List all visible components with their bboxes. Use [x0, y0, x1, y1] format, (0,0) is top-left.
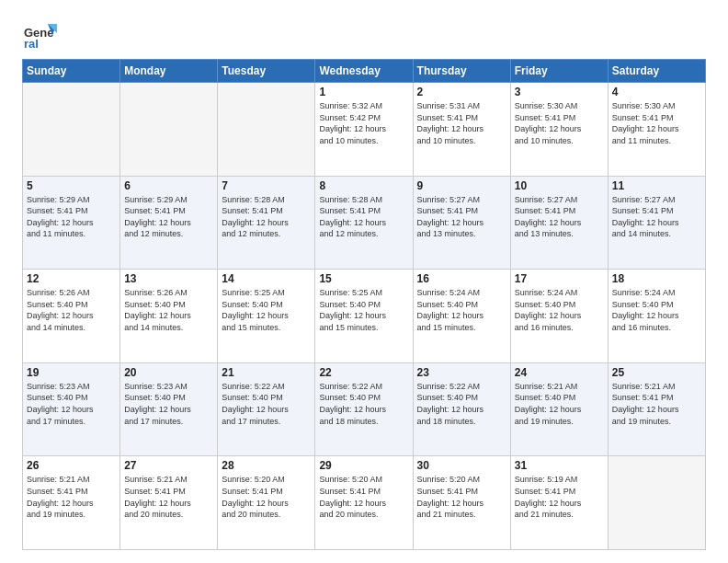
day-info: Sunrise: 5:24 AM Sunset: 5:40 PM Dayligh…: [515, 287, 604, 333]
calendar-cell: [218, 83, 315, 177]
calendar-cell: 20Sunrise: 5:23 AM Sunset: 5:40 PM Dayli…: [120, 362, 218, 456]
day-info: Sunrise: 5:20 AM Sunset: 5:41 PM Dayligh…: [319, 474, 408, 520]
calendar-cell: 2Sunrise: 5:31 AM Sunset: 5:41 PM Daylig…: [413, 83, 510, 177]
day-info: Sunrise: 5:21 AM Sunset: 5:40 PM Dayligh…: [515, 381, 604, 427]
day-info: Sunrise: 5:27 AM Sunset: 5:41 PM Dayligh…: [612, 194, 701, 240]
logo: Gene ral: [22, 17, 63, 52]
day-number: 18: [612, 272, 701, 285]
day-number: 4: [612, 86, 701, 98]
day-number: 13: [124, 272, 213, 285]
weekday-header-wednesday: Wednesday: [315, 60, 413, 83]
day-info: Sunrise: 5:19 AM Sunset: 5:41 PM Dayligh…: [515, 474, 604, 520]
calendar-cell: 6Sunrise: 5:29 AM Sunset: 5:41 PM Daylig…: [120, 176, 218, 270]
day-info: Sunrise: 5:26 AM Sunset: 5:40 PM Dayligh…: [124, 287, 213, 333]
day-info: Sunrise: 5:22 AM Sunset: 5:40 PM Dayligh…: [319, 381, 408, 427]
calendar-cell: 1Sunrise: 5:32 AM Sunset: 5:42 PM Daylig…: [315, 83, 413, 177]
calendar-week-row: 19Sunrise: 5:23 AM Sunset: 5:40 PM Dayli…: [23, 362, 706, 456]
weekday-header-row: SundayMondayTuesdayWednesdayThursdayFrid…: [23, 60, 706, 83]
day-info: Sunrise: 5:24 AM Sunset: 5:40 PM Dayligh…: [417, 287, 506, 333]
day-number: 10: [515, 179, 604, 192]
weekday-header-sunday: Sunday: [23, 60, 120, 83]
day-info: Sunrise: 5:23 AM Sunset: 5:40 PM Dayligh…: [124, 381, 213, 427]
day-info: Sunrise: 5:29 AM Sunset: 5:41 PM Dayligh…: [27, 194, 116, 240]
day-number: 19: [27, 366, 116, 379]
page: Gene ral SundayMondayTuesdayWednesdayThu…: [0, 0, 728, 563]
day-number: 21: [222, 366, 311, 379]
day-info: Sunrise: 5:25 AM Sunset: 5:40 PM Dayligh…: [222, 287, 311, 333]
day-number: 15: [319, 272, 408, 285]
calendar-cell: 24Sunrise: 5:21 AM Sunset: 5:40 PM Dayli…: [510, 362, 608, 456]
day-number: 6: [124, 179, 213, 192]
day-info: Sunrise: 5:24 AM Sunset: 5:40 PM Dayligh…: [612, 287, 701, 333]
calendar-cell: 27Sunrise: 5:21 AM Sunset: 5:41 PM Dayli…: [120, 456, 218, 550]
calendar-week-row: 1Sunrise: 5:32 AM Sunset: 5:42 PM Daylig…: [23, 83, 706, 177]
calendar-cell: [120, 83, 218, 177]
calendar-cell: 18Sunrise: 5:24 AM Sunset: 5:40 PM Dayli…: [608, 270, 705, 363]
weekday-header-tuesday: Tuesday: [218, 60, 315, 83]
day-number: 28: [222, 459, 311, 472]
calendar-cell: 13Sunrise: 5:26 AM Sunset: 5:40 PM Dayli…: [120, 270, 218, 363]
svg-text:ral: ral: [24, 37, 39, 51]
day-number: 30: [417, 459, 506, 472]
weekday-header-monday: Monday: [120, 60, 218, 83]
day-info: Sunrise: 5:27 AM Sunset: 5:41 PM Dayligh…: [515, 194, 604, 240]
day-info: Sunrise: 5:25 AM Sunset: 5:40 PM Dayligh…: [319, 287, 408, 333]
calendar-week-row: 5Sunrise: 5:29 AM Sunset: 5:41 PM Daylig…: [23, 176, 706, 270]
day-info: Sunrise: 5:21 AM Sunset: 5:41 PM Dayligh…: [27, 474, 116, 520]
calendar-cell: 22Sunrise: 5:22 AM Sunset: 5:40 PM Dayli…: [315, 362, 413, 456]
weekday-header-saturday: Saturday: [608, 60, 705, 83]
day-info: Sunrise: 5:20 AM Sunset: 5:41 PM Dayligh…: [222, 474, 311, 520]
calendar-cell: 17Sunrise: 5:24 AM Sunset: 5:40 PM Dayli…: [510, 270, 608, 363]
day-number: 16: [417, 272, 506, 285]
day-number: 5: [27, 179, 116, 192]
calendar-cell: 29Sunrise: 5:20 AM Sunset: 5:41 PM Dayli…: [315, 456, 413, 550]
day-info: Sunrise: 5:21 AM Sunset: 5:41 PM Dayligh…: [124, 474, 213, 520]
calendar-cell: 23Sunrise: 5:22 AM Sunset: 5:40 PM Dayli…: [413, 362, 510, 456]
day-info: Sunrise: 5:21 AM Sunset: 5:41 PM Dayligh…: [612, 381, 701, 427]
day-number: 31: [515, 459, 604, 472]
weekday-header-thursday: Thursday: [413, 60, 510, 83]
calendar-cell: 15Sunrise: 5:25 AM Sunset: 5:40 PM Dayli…: [315, 270, 413, 363]
day-info: Sunrise: 5:22 AM Sunset: 5:40 PM Dayligh…: [222, 381, 311, 427]
day-number: 17: [515, 272, 604, 285]
calendar-cell: 12Sunrise: 5:26 AM Sunset: 5:40 PM Dayli…: [23, 270, 120, 363]
day-number: 8: [319, 179, 408, 192]
day-info: Sunrise: 5:28 AM Sunset: 5:41 PM Dayligh…: [319, 194, 408, 240]
calendar-cell: [608, 456, 705, 550]
day-number: 7: [222, 179, 311, 192]
calendar-cell: 26Sunrise: 5:21 AM Sunset: 5:41 PM Dayli…: [23, 456, 120, 550]
day-info: Sunrise: 5:26 AM Sunset: 5:40 PM Dayligh…: [27, 287, 116, 333]
day-info: Sunrise: 5:23 AM Sunset: 5:40 PM Dayligh…: [27, 381, 116, 427]
calendar-cell: 21Sunrise: 5:22 AM Sunset: 5:40 PM Dayli…: [218, 362, 315, 456]
day-number: 14: [222, 272, 311, 285]
day-info: Sunrise: 5:28 AM Sunset: 5:41 PM Dayligh…: [222, 194, 311, 240]
day-info: Sunrise: 5:20 AM Sunset: 5:41 PM Dayligh…: [417, 474, 506, 520]
calendar-week-row: 26Sunrise: 5:21 AM Sunset: 5:41 PM Dayli…: [23, 456, 706, 550]
calendar-cell: 28Sunrise: 5:20 AM Sunset: 5:41 PM Dayli…: [218, 456, 315, 550]
day-info: Sunrise: 5:29 AM Sunset: 5:41 PM Dayligh…: [124, 194, 213, 240]
day-number: 9: [417, 179, 506, 192]
calendar-cell: 5Sunrise: 5:29 AM Sunset: 5:41 PM Daylig…: [23, 176, 120, 270]
calendar-cell: 16Sunrise: 5:24 AM Sunset: 5:40 PM Dayli…: [413, 270, 510, 363]
day-number: 27: [124, 459, 213, 472]
day-number: 11: [612, 179, 701, 192]
calendar-cell: 9Sunrise: 5:27 AM Sunset: 5:41 PM Daylig…: [413, 176, 510, 270]
calendar-week-row: 12Sunrise: 5:26 AM Sunset: 5:40 PM Dayli…: [23, 270, 706, 363]
day-number: 26: [27, 459, 116, 472]
calendar-cell: 25Sunrise: 5:21 AM Sunset: 5:41 PM Dayli…: [608, 362, 705, 456]
calendar-cell: 7Sunrise: 5:28 AM Sunset: 5:41 PM Daylig…: [218, 176, 315, 270]
day-info: Sunrise: 5:30 AM Sunset: 5:41 PM Dayligh…: [612, 100, 701, 146]
header: Gene ral: [22, 17, 706, 52]
calendar: SundayMondayTuesdayWednesdayThursdayFrid…: [22, 59, 706, 550]
calendar-cell: 4Sunrise: 5:30 AM Sunset: 5:41 PM Daylig…: [608, 83, 705, 177]
day-number: 23: [417, 366, 506, 379]
calendar-cell: 30Sunrise: 5:20 AM Sunset: 5:41 PM Dayli…: [413, 456, 510, 550]
day-info: Sunrise: 5:30 AM Sunset: 5:41 PM Dayligh…: [515, 100, 604, 146]
calendar-cell: 19Sunrise: 5:23 AM Sunset: 5:40 PM Dayli…: [23, 362, 120, 456]
day-info: Sunrise: 5:22 AM Sunset: 5:40 PM Dayligh…: [417, 381, 506, 427]
calendar-cell: 3Sunrise: 5:30 AM Sunset: 5:41 PM Daylig…: [510, 83, 608, 177]
calendar-cell: 14Sunrise: 5:25 AM Sunset: 5:40 PM Dayli…: [218, 270, 315, 363]
calendar-cell: 31Sunrise: 5:19 AM Sunset: 5:41 PM Dayli…: [510, 456, 608, 550]
logo-icon: Gene ral: [22, 17, 57, 52]
calendar-cell: 10Sunrise: 5:27 AM Sunset: 5:41 PM Dayli…: [510, 176, 608, 270]
